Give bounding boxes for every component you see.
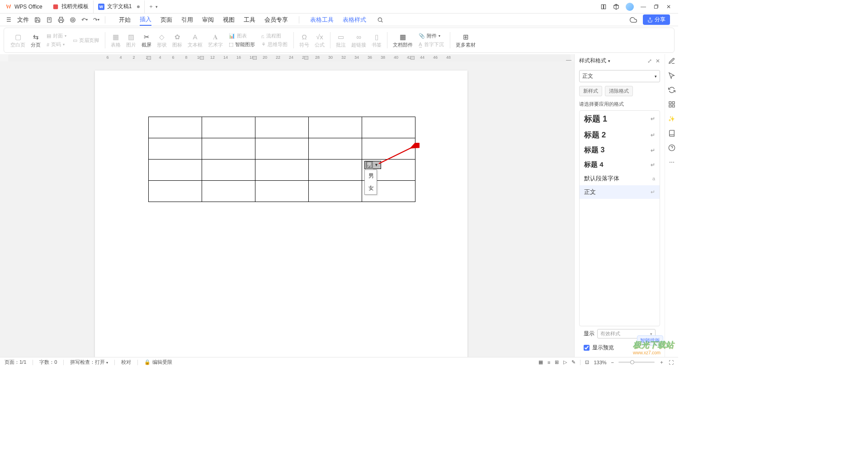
menu-tab[interactable]: 页面 xyxy=(160,14,172,25)
screenshot-button[interactable]: ✂截屏 xyxy=(139,28,154,52)
form-dropdown[interactable]: 男 ▼ xyxy=(364,161,381,169)
blank-page-button[interactable]: ▢空白页 xyxy=(8,28,28,52)
fullscreen-icon[interactable]: ⛶ xyxy=(669,360,674,365)
canvas-viewport[interactable]: 男 ▼ 男 女 xyxy=(0,61,574,357)
clear-format-button[interactable]: 清除格式 xyxy=(605,86,633,96)
cloud-icon[interactable] xyxy=(628,15,638,25)
smart-graphic-button[interactable]: ⬚智能图形 xyxy=(227,41,256,48)
minimize-icon[interactable]: — xyxy=(640,4,646,10)
pagination-button[interactable]: ⇆分页 xyxy=(28,28,43,52)
horizontal-ruler[interactable]: 6422468101214161820222426283032343638404… xyxy=(8,54,571,61)
attachment-button[interactable]: 📎附件▾ xyxy=(417,32,445,40)
tab-document[interactable]: W 文字文稿1 xyxy=(94,0,145,13)
page-number-button[interactable]: #页码▾ xyxy=(45,41,68,48)
textbox-button[interactable]: A文本框 xyxy=(185,28,205,52)
menu-tab[interactable]: 表格工具 xyxy=(310,14,334,25)
zoom-in-icon[interactable]: ＋ xyxy=(659,359,664,366)
reader-mode-icon[interactable] xyxy=(600,4,607,10)
view-outline-icon[interactable]: ≡ xyxy=(547,360,550,365)
view-page-icon[interactable]: ▦ xyxy=(538,359,543,365)
menu-tab[interactable]: 工具 xyxy=(244,14,255,25)
zoom-value[interactable]: 133% xyxy=(594,360,606,365)
print-icon[interactable] xyxy=(56,15,66,25)
preview-checkbox[interactable] xyxy=(584,345,590,351)
image-button[interactable]: ▨图片 xyxy=(123,28,139,52)
collapse-panel-icon[interactable]: — xyxy=(566,57,573,63)
chevron-down-icon[interactable]: ▾ xyxy=(608,59,610,63)
close-icon[interactable]: ✕ xyxy=(665,4,672,10)
new-style-button[interactable]: 新样式 xyxy=(579,86,602,96)
wordart-button[interactable]: 𝐀艺术字 xyxy=(205,28,226,52)
tab-templates[interactable]: 找稻壳模板 xyxy=(48,0,94,13)
maximize-icon[interactable] xyxy=(653,4,659,10)
user-avatar[interactable] xyxy=(626,3,634,11)
file-menu[interactable]: 文件 xyxy=(15,16,31,24)
menu-tab[interactable]: 会员专享 xyxy=(264,14,288,25)
menu-tab[interactable]: 审阅 xyxy=(202,14,214,25)
proofing-status[interactable]: 校对 xyxy=(121,359,131,366)
dropdown-option[interactable]: 男 xyxy=(365,170,377,182)
zoom-out-icon[interactable]: − xyxy=(611,360,614,365)
menu-tab[interactable]: 引用 xyxy=(181,14,193,25)
page-indicator[interactable]: 页面：1/1 xyxy=(5,359,26,366)
word-count[interactable]: 字数：0 xyxy=(39,359,57,366)
mindmap-button[interactable]: ⚘思维导图 xyxy=(260,41,289,48)
shapes-button[interactable]: ◇形状 xyxy=(154,28,170,52)
restricted-status[interactable]: 🔒编辑受限 xyxy=(144,359,172,366)
share-button[interactable]: 分享 xyxy=(643,14,670,25)
current-style-select[interactable]: 正文 ▾ xyxy=(579,70,660,82)
view-print-icon[interactable]: ✎ xyxy=(571,359,576,365)
undo-icon[interactable]: ↶▾ xyxy=(80,15,90,25)
format-painter-icon[interactable] xyxy=(68,15,78,25)
hyperlink-button[interactable]: ∞超链接 xyxy=(349,28,369,52)
select-tool-icon[interactable] xyxy=(668,71,676,80)
edit-tool-icon[interactable] xyxy=(668,57,676,65)
style-item[interactable]: 标题 1↵ xyxy=(580,111,660,127)
redo-icon[interactable]: ↷▾ xyxy=(91,15,101,25)
style-item[interactable]: 标题 4↵ xyxy=(580,158,660,172)
bookmark-button[interactable]: ▯书签 xyxy=(369,28,384,52)
chart-button[interactable]: 📊图表 xyxy=(227,32,256,40)
sparkle-icon[interactable]: ✨ xyxy=(668,115,676,123)
cube-icon[interactable] xyxy=(613,4,619,10)
symbol-button[interactable]: Ω符号 xyxy=(297,28,312,52)
style-item[interactable]: 正文↵ xyxy=(580,185,660,199)
menu-tab[interactable]: 开始 xyxy=(119,14,131,25)
print-preview-icon[interactable] xyxy=(44,15,54,25)
comment-button[interactable]: ▭批注 xyxy=(333,28,349,52)
menu-tab[interactable]: 视图 xyxy=(223,14,235,25)
header-footer-button[interactable]: ▭页眉页脚 xyxy=(71,37,100,44)
more-icon[interactable]: ⋯ xyxy=(668,158,676,166)
help-icon[interactable] xyxy=(668,144,676,152)
table-button[interactable]: ▦表格 xyxy=(108,28,123,52)
more-assets-button[interactable]: ⊞更多素材 xyxy=(453,28,478,52)
doc-parts-button[interactable]: ▦文档部件 xyxy=(390,28,415,52)
view-read-icon[interactable]: ▷ xyxy=(563,359,567,365)
chevron-down-icon[interactable]: ▼ xyxy=(373,163,380,167)
layers-icon[interactable] xyxy=(668,100,676,108)
menu-tab[interactable]: 插入 xyxy=(140,14,151,26)
menu-tab[interactable]: 表格样式 xyxy=(343,14,366,25)
search-icon[interactable] xyxy=(375,15,385,25)
spell-check-status[interactable]: 拼写检查：打开 ▾ xyxy=(70,359,108,366)
style-item[interactable]: 默认段落字体a xyxy=(580,172,660,185)
save-icon[interactable] xyxy=(33,15,42,25)
style-item[interactable]: 标题 2↵ xyxy=(580,127,660,143)
dropdown-option[interactable]: 女 xyxy=(365,182,377,194)
style-item[interactable]: 标题 3↵ xyxy=(580,143,660,158)
pin-icon[interactable]: ⤢ xyxy=(647,58,652,64)
hamburger-icon[interactable]: ☰ xyxy=(4,15,14,25)
new-tab-button[interactable]: ＋ ▾ xyxy=(145,3,161,10)
book-icon[interactable] xyxy=(668,129,676,137)
dropcap-button[interactable]: A̲首字下沉 xyxy=(417,41,445,48)
refresh-icon[interactable] xyxy=(668,86,676,94)
document-page[interactable]: 男 ▼ 男 女 xyxy=(95,70,467,357)
smart-layout-button[interactable]: 智能排版 xyxy=(637,335,663,346)
focus-icon[interactable]: ⊡ xyxy=(585,359,589,365)
formula-button[interactable]: √x公式 xyxy=(312,28,327,52)
view-web-icon[interactable]: ⊞ xyxy=(555,359,559,365)
flowchart-button[interactable]: ⎌流程图 xyxy=(260,32,289,40)
close-panel-icon[interactable]: ✕ xyxy=(656,58,660,64)
icons-button[interactable]: ✿图标 xyxy=(170,28,185,52)
cover-button[interactable]: ▤封面▾ xyxy=(45,32,68,40)
